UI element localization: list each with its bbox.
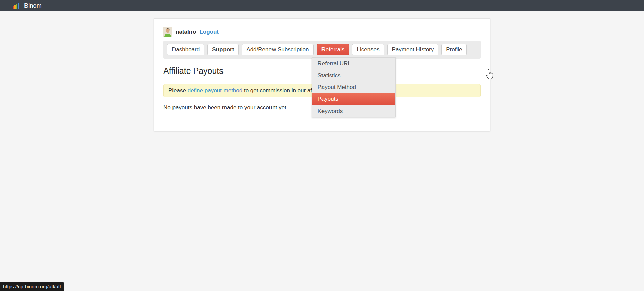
tab-referrals[interactable]: Referrals bbox=[317, 44, 349, 55]
link-preview-tooltip: https://cp.binom.org/aff/aff bbox=[0, 282, 64, 291]
bar-chart-icon bbox=[13, 3, 20, 9]
menu-item-referral-url[interactable]: Referral URL bbox=[312, 58, 395, 69]
topbar: Binom bbox=[0, 0, 644, 11]
tab-dashboard[interactable]: Dashboard bbox=[167, 44, 204, 55]
menu-item-keywords[interactable]: Keywords bbox=[312, 105, 395, 117]
tab-payment-history[interactable]: Payment History bbox=[387, 44, 439, 55]
tab-referrals-wrap: Referrals Referral URL Statistics Payout… bbox=[317, 44, 349, 55]
menu-item-payout-method[interactable]: Payout Method bbox=[312, 81, 395, 93]
tab-add-renew-subscription[interactable]: Add/Renew Subscription bbox=[242, 44, 313, 55]
brand-name: Binom bbox=[24, 2, 42, 9]
username: nataliro bbox=[176, 29, 196, 35]
notice-text-prefix: Please bbox=[168, 87, 188, 94]
user-avatar-icon bbox=[163, 27, 172, 37]
account-card: nataliro Logout Dashboard Support Add/Re… bbox=[154, 18, 490, 131]
tab-profile[interactable]: Profile bbox=[441, 44, 467, 55]
binom-logo[interactable]: Binom bbox=[13, 2, 42, 9]
menu-item-statistics[interactable]: Statistics bbox=[312, 69, 395, 81]
tab-licenses[interactable]: Licenses bbox=[352, 44, 384, 55]
define-payout-method-link[interactable]: define payout method bbox=[188, 87, 243, 94]
referrals-dropdown: Referral URL Statistics Payout Method Pa… bbox=[312, 57, 396, 117]
tab-support[interactable]: Support bbox=[207, 44, 239, 55]
menu-item-payouts[interactable]: Payouts bbox=[312, 93, 395, 105]
notice-text-suffix: to get commission in our affilia bbox=[242, 87, 320, 94]
pointer-hand-cursor bbox=[485, 69, 494, 80]
nav-tabbar: Dashboard Support Add/Renew Subscription… bbox=[163, 41, 481, 59]
user-row: nataliro Logout bbox=[163, 27, 481, 37]
logout-link[interactable]: Logout bbox=[199, 29, 219, 35]
